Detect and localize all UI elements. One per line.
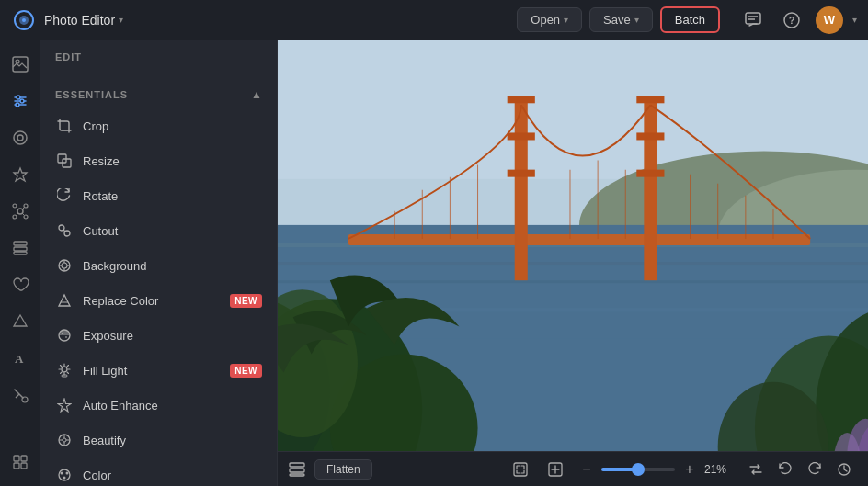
- sidebar-image-btn[interactable]: [4, 48, 37, 81]
- app-name-button[interactable]: Photo Editor ▾: [44, 13, 123, 28]
- sidebar-heart-btn[interactable]: [4, 268, 37, 301]
- tool-replace-color[interactable]: Replace Color NEW: [40, 283, 277, 318]
- sidebar-view-btn[interactable]: [4, 121, 37, 154]
- svg-point-11: [17, 96, 20, 99]
- sidebar-star-btn[interactable]: [4, 158, 37, 191]
- svg-rect-65: [62, 375, 67, 377]
- zoom-out-button[interactable]: −: [577, 460, 596, 479]
- svg-rect-38: [14, 463, 19, 469]
- actual-size-button[interactable]: [542, 457, 568, 482]
- bottom-bar: Flatten − +: [278, 451, 868, 486]
- tool-exposure[interactable]: Exposure: [40, 318, 277, 353]
- rotate-icon: [55, 186, 74, 205]
- crop-icon: [55, 117, 74, 135]
- tool-beautify[interactable]: Beautify: [40, 423, 277, 458]
- svg-rect-120: [514, 463, 527, 476]
- app-name-label: Photo Editor: [44, 13, 115, 28]
- svg-point-9: [16, 60, 19, 63]
- open-chevron: ▾: [564, 15, 568, 25]
- tool-background-label: Background: [83, 259, 262, 273]
- svg-rect-28: [14, 242, 27, 245]
- batch-label: Batch: [675, 13, 705, 27]
- svg-rect-90: [508, 132, 535, 140]
- undo-button[interactable]: [772, 457, 798, 482]
- tool-resize[interactable]: Resize: [40, 143, 277, 178]
- tool-cutout-label: Cutout: [83, 224, 262, 238]
- app-logo: [11, 7, 37, 33]
- sidebar-edit-btn[interactable]: [4, 85, 37, 118]
- svg-point-68: [63, 438, 66, 442]
- save-button[interactable]: Save ▾: [589, 7, 653, 32]
- sidebar-nodes-btn[interactable]: [4, 195, 37, 228]
- svg-line-61: [61, 366, 63, 367]
- svg-line-27: [22, 213, 24, 215]
- svg-point-13: [20, 99, 24, 103]
- tool-color-label: Color: [83, 469, 262, 482]
- save-label: Save: [603, 13, 631, 27]
- tool-exposure-label: Exposure: [83, 329, 262, 343]
- zoom-in-button[interactable]: +: [680, 460, 699, 479]
- zoom-slider[interactable]: [601, 468, 675, 471]
- sidebar-layers-btn[interactable]: [4, 232, 37, 265]
- avatar[interactable]: W: [816, 6, 843, 34]
- edit-section-label: EDIT: [40, 40, 277, 70]
- svg-rect-119: [290, 474, 304, 476]
- svg-rect-117: [290, 463, 304, 467]
- tool-rotate[interactable]: Rotate: [40, 178, 277, 213]
- svg-point-23: [24, 215, 28, 219]
- history-button[interactable]: [831, 457, 857, 482]
- fill-light-badge: NEW: [230, 364, 262, 378]
- svg-rect-89: [644, 96, 657, 280]
- tool-background[interactable]: Background: [40, 248, 277, 283]
- flatten-button[interactable]: Flatten: [314, 459, 372, 480]
- canvas-area: Flatten − +: [278, 40, 868, 486]
- tool-cutout[interactable]: Cutout: [40, 213, 277, 248]
- svg-point-16: [14, 131, 27, 144]
- sidebar-grid-btn[interactable]: [4, 446, 37, 479]
- sidebar-text-btn[interactable]: A: [4, 342, 37, 375]
- svg-line-64: [61, 372, 63, 374]
- tool-resize-label: Resize: [83, 154, 262, 168]
- color-icon: [55, 466, 74, 484]
- essentials-label: ESSENTIALS: [55, 89, 128, 100]
- svg-point-76: [63, 477, 66, 480]
- svg-point-75: [66, 472, 69, 475]
- tool-color[interactable]: Color: [40, 458, 277, 486]
- svg-point-17: [17, 135, 23, 141]
- svg-point-35: [22, 397, 28, 402]
- replace-color-badge: NEW: [230, 294, 262, 308]
- svg-line-24: [17, 208, 18, 209]
- svg-rect-83: [278, 262, 868, 265]
- bottom-right-icons: [743, 457, 857, 482]
- topbar: Photo Editor ▾ Open ▾ Save ▾ Batch: [0, 0, 868, 40]
- help-button[interactable]: ?: [777, 6, 806, 35]
- app-name-chevron: ▾: [119, 15, 123, 25]
- main-content: A EDIT: [0, 40, 868, 486]
- tool-fill-light[interactable]: Fill Light NEW: [40, 353, 277, 388]
- canvas-image[interactable]: [278, 40, 868, 451]
- save-chevron: ▾: [634, 15, 639, 25]
- fit-to-screen-button[interactable]: [508, 457, 533, 482]
- tool-crop[interactable]: Crop: [40, 108, 277, 143]
- svg-rect-118: [290, 469, 304, 472]
- svg-rect-92: [508, 96, 535, 103]
- tool-auto-enhance[interactable]: Auto Enhance: [40, 388, 277, 423]
- essentials-section-header[interactable]: ESSENTIALS ▲: [40, 81, 277, 108]
- app-container: Photo Editor ▾ Open ▾ Save ▾ Batch: [0, 0, 868, 486]
- batch-button[interactable]: Batch: [660, 6, 720, 33]
- layers-button[interactable]: [289, 461, 305, 478]
- zoom-control: − + 21%: [577, 460, 734, 479]
- resize-icon: [55, 152, 74, 170]
- avatar-chevron[interactable]: ▾: [852, 15, 857, 25]
- redo-button[interactable]: [802, 457, 828, 482]
- svg-text:?: ?: [789, 15, 795, 26]
- avatar-label: W: [824, 13, 835, 27]
- svg-rect-29: [14, 247, 27, 251]
- open-button[interactable]: Open ▾: [517, 7, 582, 32]
- sidebar-brush-btn[interactable]: [4, 379, 37, 412]
- comment-button[interactable]: [738, 6, 768, 35]
- sidebar-shape-btn[interactable]: [4, 305, 37, 338]
- swap-button[interactable]: [743, 457, 769, 482]
- svg-line-62: [67, 372, 69, 374]
- svg-text:A: A: [15, 352, 24, 366]
